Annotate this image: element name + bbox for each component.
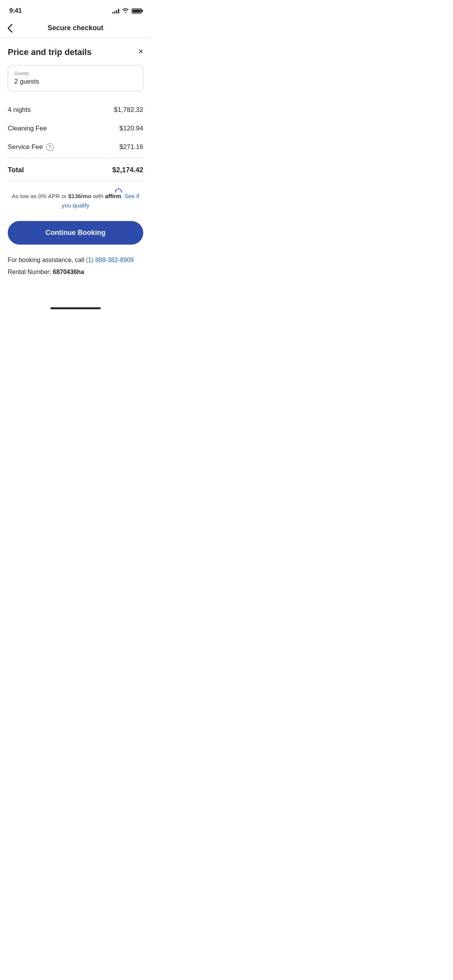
- nights-amount: $1,782.32: [114, 106, 143, 114]
- service-label: Service Fee ?: [8, 143, 54, 151]
- price-row-service: Service Fee ? $271.16: [8, 138, 143, 156]
- wifi-icon: [122, 8, 129, 14]
- status-time: 9:41: [9, 7, 22, 15]
- rental-number-text: Rental Number: 6870436ha: [8, 269, 143, 276]
- home-indicator: [0, 301, 151, 313]
- main-content: Price and trip details × Guests 2 guests…: [0, 38, 151, 286]
- service-fee-info-icon[interactable]: ?: [46, 143, 54, 151]
- affirm-arc: [115, 188, 122, 192]
- affirm-middle: with: [91, 193, 105, 199]
- close-button[interactable]: ×: [138, 47, 143, 56]
- status-bar: 9:41: [0, 0, 151, 19]
- continue-booking-button[interactable]: Continue Booking: [8, 221, 143, 245]
- total-amount: $2,174.42: [112, 166, 143, 174]
- service-amount: $271.16: [120, 143, 143, 151]
- status-icons: [112, 8, 142, 14]
- affirm-prefix: As low as 0% APR or: [12, 193, 68, 199]
- cleaning-amount: $120.94: [120, 125, 143, 132]
- assistance-section: For booking assistance, call (1) 888-382…: [8, 255, 143, 286]
- guests-value: 2 guests: [14, 78, 137, 86]
- dashed-divider: [8, 158, 143, 158]
- price-rows: 4 nights $1,782.32 Cleaning Fee $120.94 …: [8, 101, 143, 156]
- affirm-section: As low as 0% APR or $136/mo with affirm.…: [8, 187, 143, 221]
- back-button[interactable]: [8, 24, 12, 33]
- assistance-prefix: For booking assistance, call: [8, 257, 86, 263]
- signal-icon: [112, 8, 119, 14]
- section-title: Price and trip details: [8, 47, 91, 57]
- rental-number-value: 6870436ha: [53, 269, 84, 275]
- phone-link[interactable]: (1) 888-382-8909: [86, 257, 134, 263]
- total-label: Total: [8, 166, 24, 174]
- affirm-logo: affirm: [105, 192, 121, 201]
- header: Secure checkout: [0, 19, 151, 38]
- section-header: Price and trip details ×: [8, 47, 143, 57]
- nights-label: 4 nights: [8, 106, 31, 114]
- battery-icon: [132, 9, 142, 14]
- cleaning-label: Cleaning Fee: [8, 125, 47, 132]
- total-row: Total $2,174.42: [8, 160, 143, 181]
- header-title: Secure checkout: [48, 24, 103, 32]
- assistance-text: For booking assistance, call (1) 888-382…: [8, 255, 143, 265]
- affirm-monthly: $136/mo: [68, 193, 91, 199]
- home-bar: [50, 307, 101, 309]
- price-row-cleaning: Cleaning Fee $120.94: [8, 119, 143, 138]
- rental-prefix: Rental Number:: [8, 269, 53, 275]
- guests-label: Guests: [14, 71, 137, 76]
- price-row-nights: 4 nights $1,782.32: [8, 101, 143, 119]
- guests-box: Guests 2 guests: [8, 65, 143, 91]
